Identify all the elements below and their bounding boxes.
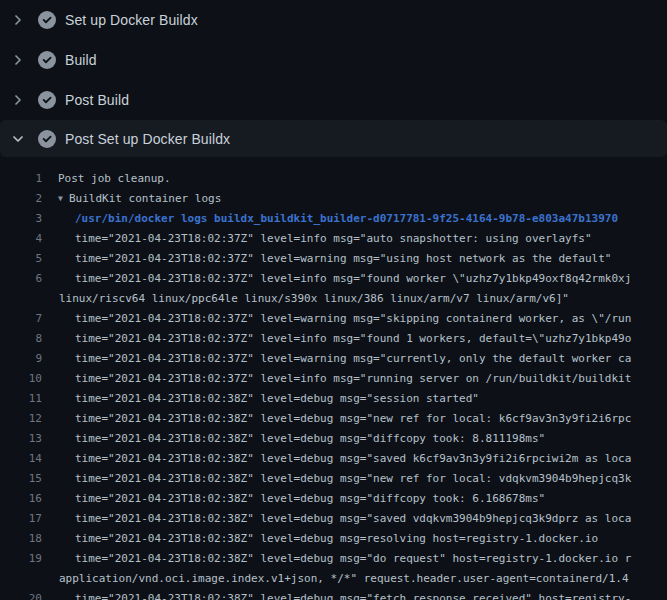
log-line: 20 time="2021-04-23T18:02:38Z" level=deb… xyxy=(0,589,667,600)
chevron-icon[interactable] xyxy=(8,131,28,147)
line-number[interactable]: 6 xyxy=(0,269,42,289)
line-number[interactable]: 1 xyxy=(0,169,42,189)
log-line: 12 time="2021-04-23T18:02:38Z" level=deb… xyxy=(0,409,667,429)
line-number[interactable]: 2 xyxy=(0,189,42,209)
log-text: /usr/bin/docker logs buildx_buildkit_bui… xyxy=(42,209,618,229)
line-number[interactable]: 18 xyxy=(0,529,42,549)
log-text: linux/riscv64 linux/ppc64le linux/s390x … xyxy=(42,289,569,309)
line-number[interactable]: 5 xyxy=(0,249,42,269)
chevron-right-icon xyxy=(10,12,26,28)
line-number[interactable]: 4 xyxy=(0,229,42,249)
line-number[interactable]: 15 xyxy=(0,469,42,489)
step-row[interactable]: Build xyxy=(0,40,667,80)
log-text: time="2021-04-23T18:02:38Z" level=debug … xyxy=(42,509,631,529)
actions-log-page: Set up Docker Buildx Build Post Build Po… xyxy=(0,0,667,600)
log-text: time="2021-04-23T18:02:38Z" level=debug … xyxy=(42,429,545,449)
log-text: application/vnd.oci.image.index.v1+json,… xyxy=(42,569,629,589)
log-text: time="2021-04-23T18:02:37Z" level=warnin… xyxy=(42,309,631,329)
log-line: 17 time="2021-04-23T18:02:38Z" level=deb… xyxy=(0,509,667,529)
line-number[interactable]: 20 xyxy=(0,589,42,600)
log-text: time="2021-04-23T18:02:37Z" level=warnin… xyxy=(42,249,611,269)
steps-list: Set up Docker Buildx Build Post Build Po… xyxy=(0,0,667,157)
line-number[interactable]: 7 xyxy=(0,309,42,329)
line-number[interactable]: 19 xyxy=(0,549,42,569)
log-line: 9 time="2021-04-23T18:02:37Z" level=warn… xyxy=(0,349,667,369)
line-number[interactable]: 8 xyxy=(0,329,42,349)
log-line: 5 time="2021-04-23T18:02:37Z" level=warn… xyxy=(0,249,667,269)
log-text: time="2021-04-23T18:02:38Z" level=debug … xyxy=(42,489,545,509)
chevron-right-icon xyxy=(10,92,26,108)
line-number[interactable]: 10 xyxy=(0,369,42,389)
step-label: Post Set up Docker Buildx xyxy=(65,131,230,147)
log-text: time="2021-04-23T18:02:38Z" level=debug … xyxy=(42,589,631,600)
log-text: time="2021-04-23T18:02:37Z" level=info m… xyxy=(42,329,631,349)
line-number[interactable]: 12 xyxy=(0,409,42,429)
log-text: time="2021-04-23T18:02:37Z" level=info m… xyxy=(42,269,631,289)
line-number[interactable]: 14 xyxy=(0,449,42,469)
chevron-icon[interactable] xyxy=(8,12,28,28)
line-number[interactable] xyxy=(0,289,42,309)
line-number[interactable] xyxy=(0,569,42,589)
check-circle-icon xyxy=(38,91,56,109)
check-circle-icon xyxy=(38,51,56,69)
log-text: time="2021-04-23T18:02:38Z" level=debug … xyxy=(42,469,631,489)
line-number[interactable]: 13 xyxy=(0,429,42,449)
log-text: time="2021-04-23T18:02:38Z" level=debug … xyxy=(42,549,631,569)
log-line: 19 time="2021-04-23T18:02:38Z" level=deb… xyxy=(0,549,667,569)
chevron-down-icon xyxy=(10,131,26,147)
log-line: 6 time="2021-04-23T18:02:37Z" level=info… xyxy=(0,269,667,289)
line-number[interactable]: 17 xyxy=(0,509,42,529)
log-line: 16 time="2021-04-23T18:02:38Z" level=deb… xyxy=(0,489,667,509)
log-line: 18 time="2021-04-23T18:02:38Z" level=deb… xyxy=(0,529,667,549)
log-text: time="2021-04-23T18:02:38Z" level=debug … xyxy=(42,409,631,429)
log-line: 1 Post job cleanup. xyxy=(0,169,667,189)
check-circle-icon xyxy=(38,11,56,29)
log-line: 14 time="2021-04-23T18:02:38Z" level=deb… xyxy=(0,449,667,469)
step-label: Build xyxy=(65,52,97,68)
step-label: Post Build xyxy=(65,92,129,108)
step-row[interactable]: Post Build xyxy=(0,80,667,120)
log-line: 11 time="2021-04-23T18:02:38Z" level=deb… xyxy=(0,389,667,409)
line-number[interactable]: 16 xyxy=(0,489,42,509)
chevron-icon[interactable] xyxy=(8,52,28,68)
group-toggle-icon[interactable]: ▼ xyxy=(42,189,69,209)
log-line: application/vnd.oci.image.index.v1+json,… xyxy=(0,569,667,589)
step-label: Set up Docker Buildx xyxy=(65,12,198,28)
log-text: time="2021-04-23T18:02:38Z" level=debug … xyxy=(42,529,598,549)
step-row[interactable]: Set up Docker Buildx xyxy=(0,0,667,40)
log-text: BuildKit container logs xyxy=(69,189,221,209)
log-text: time="2021-04-23T18:02:37Z" level=info m… xyxy=(42,369,631,389)
step-row[interactable]: Post Set up Docker Buildx xyxy=(0,120,667,157)
log-text: Post job cleanup. xyxy=(42,169,171,189)
log-line: 4 time="2021-04-23T18:02:37Z" level=info… xyxy=(0,229,667,249)
line-number[interactable]: 9 xyxy=(0,349,42,369)
log-text: time="2021-04-23T18:02:37Z" level=info m… xyxy=(42,229,592,249)
log-line: 13 time="2021-04-23T18:02:38Z" level=deb… xyxy=(0,429,667,449)
log-text: time="2021-04-23T18:02:37Z" level=warnin… xyxy=(42,349,631,369)
log-line: 15 time="2021-04-23T18:02:38Z" level=deb… xyxy=(0,469,667,489)
log-line: 8 time="2021-04-23T18:02:37Z" level=info… xyxy=(0,329,667,349)
line-number[interactable]: 3 xyxy=(0,209,42,229)
check-circle-icon xyxy=(38,130,56,148)
line-number[interactable]: 11 xyxy=(0,389,42,409)
log-text: time="2021-04-23T18:02:38Z" level=debug … xyxy=(42,389,479,409)
log-line: 10 time="2021-04-23T18:02:37Z" level=inf… xyxy=(0,369,667,389)
log-text: time="2021-04-23T18:02:38Z" level=debug … xyxy=(42,449,631,469)
log-line: 7 time="2021-04-23T18:02:37Z" level=warn… xyxy=(0,309,667,329)
chevron-icon[interactable] xyxy=(8,92,28,108)
log-line: linux/riscv64 linux/ppc64le linux/s390x … xyxy=(0,289,667,309)
chevron-right-icon xyxy=(10,52,26,68)
log-container[interactable]: 1 Post job cleanup. 2 ▼ BuildKit contain… xyxy=(0,169,667,600)
log-line: 3 /usr/bin/docker logs buildx_buildkit_b… xyxy=(0,209,667,229)
log-line: 2 ▼ BuildKit container logs xyxy=(0,189,667,209)
